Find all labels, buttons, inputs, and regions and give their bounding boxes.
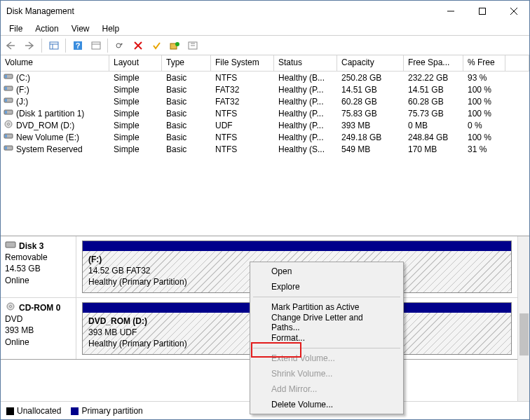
minimize-button[interactable] [435,1,466,22]
volume-capacity: 75.83 GB [337,109,404,118]
ctx-explore[interactable]: Explore [252,279,402,294]
volume-type: Basic [162,85,211,95]
column-status[interactable]: Status [274,55,337,72]
partition-name: (F:) [88,255,102,264]
delete-button[interactable] [130,38,146,53]
volume-icon [4,120,13,130]
volume-type: Basic [162,133,211,142]
volume-list-body[interactable]: (C:)SimpleBasicNTFSHealthy (B...250.28 G… [1,72,529,236]
disk-label[interactable]: CD-ROM 0DVD393 MBOnline [1,298,76,359]
volume-name: (F:) [16,85,29,95]
forward-button[interactable] [22,38,38,53]
disk-icon [5,302,16,313]
show-hide-tree-button[interactable] [46,38,62,53]
svg-rect-28 [5,135,7,137]
close-button[interactable] [498,1,529,22]
disk-title: Disk 3 [19,241,43,252]
volume-filesystem: NTFS [211,73,274,83]
ctx-open[interactable]: Open [252,264,402,279]
ctx-shrink-volume: Shrink Volume... [252,366,402,381]
volume-row[interactable]: DVD_ROM (D:)SimpleBasicUDFHealthy (P...3… [1,119,529,131]
volume-freespace: 75.73 GB [404,109,463,118]
volume-icon [4,72,13,83]
properties-button[interactable] [88,38,104,53]
menu-view[interactable]: View [66,22,95,35]
partition-status: Healthy (Primary Partition) [88,339,187,348]
scrollbar-thumb[interactable] [519,313,529,355]
new-volume-button[interactable] [166,38,182,53]
titlebar: Disk Management [1,1,529,22]
primary-swatch-icon [71,407,79,415]
ctx-separator [253,297,400,297]
volume-freespace: 0 MB [404,121,463,130]
svg-rect-31 [6,242,15,248]
volume-status: Healthy (P... [274,97,337,107]
volume-list-pane: Volume Layout Type File System Status Ca… [1,55,529,236]
settings-button[interactable] [184,38,201,53]
column-volume[interactable]: Volume [1,55,109,72]
ctx-format[interactable]: Format... [252,330,402,346]
volume-row[interactable]: System ReservedSimpleBasicNTFSHealthy (S… [1,143,529,155]
volume-freespace: 60.28 GB [404,97,463,107]
volume-row[interactable]: (C:)SimpleBasicNTFSHealthy (B...250.28 G… [1,72,529,83]
volume-status: Healthy (P... [274,109,337,118]
volume-status: Healthy (P... [274,121,337,130]
column-type[interactable]: Type [162,55,211,72]
volume-layout: Simple [109,85,162,95]
volume-filesystem: UDF [211,121,274,130]
volume-pctfree: 31 % [463,144,505,154]
volume-pctfree: 100 % [463,133,505,142]
ctx-delete-volume[interactable]: Delete Volume... [252,397,402,412]
window-title: Disk Management [6,6,435,16]
unallocated-swatch-icon [6,407,14,415]
disk-management-window: Disk Management File Action View Help ? [0,0,530,420]
disk-icon [5,241,16,252]
back-button[interactable] [4,38,20,53]
volume-layout: Simple [109,121,162,130]
volume-type: Basic [162,97,211,107]
volume-row[interactable]: (F:)SimpleBasicFAT32Healthy (P...14.51 G… [1,83,529,95]
partition-size-fs: 393 MB UDF [88,327,137,337]
volume-freespace: 232.22 GB [404,73,463,83]
column-layout[interactable]: Layout [109,55,162,72]
disk-label[interactable]: Disk 3Removable14.53 GBOnline [1,236,76,297]
volume-type: Basic [162,144,211,154]
ctx-change-drive-letter[interactable]: Change Drive Letter and Paths... [252,315,402,330]
column-filesystem[interactable]: File System [211,55,274,72]
volume-name: (C:) [16,73,30,83]
menu-file[interactable]: File [4,22,28,35]
column-pctfree[interactable]: % Free [463,55,505,72]
volume-pctfree: 100 % [463,97,505,107]
menu-action[interactable]: Action [29,22,64,35]
svg-rect-20 [5,87,7,90]
volume-name: System Reserved [16,144,83,154]
volume-name: (Disk 1 partition 1) [16,109,84,118]
svg-rect-30 [5,147,7,149]
mark-button[interactable] [148,38,164,53]
toolbar: ? [1,36,529,55]
volume-freespace: 14.51 GB [404,85,463,95]
volume-filesystem: FAT32 [211,97,274,107]
volume-filesystem: FAT32 [211,85,274,95]
svg-rect-9 [92,42,100,49]
volume-freespace: 248.84 GB [404,133,463,142]
partition-name: DVD_ROM (D:) [88,316,147,326]
volume-row[interactable]: (Disk 1 partition 1)SimpleBasicNTFSHealt… [1,107,529,119]
maximize-button[interactable] [466,1,498,22]
volume-name: (J:) [16,97,28,107]
volume-row[interactable]: New Volume (E:)SimpleBasicNTFSHealthy (P… [1,131,529,143]
volume-status: Healthy (B... [274,73,337,83]
menu-help[interactable]: Help [97,22,125,35]
svg-point-13 [175,42,179,46]
volume-icon [4,96,13,107]
volume-row[interactable]: (J:)SimpleBasicFAT32Healthy (P...60.28 G… [1,95,529,107]
graphical-scrollbar[interactable] [517,236,529,401]
column-freespace[interactable]: Free Spa... [404,55,463,72]
refresh-button[interactable] [111,38,128,53]
volume-pctfree: 100 % [463,109,505,118]
volume-status: Healthy (P... [274,85,337,95]
column-capacity[interactable]: Capacity [337,55,404,72]
volume-freespace: 170 MB [404,144,463,154]
svg-rect-1 [479,8,485,15]
help-button[interactable]: ? [69,38,86,53]
